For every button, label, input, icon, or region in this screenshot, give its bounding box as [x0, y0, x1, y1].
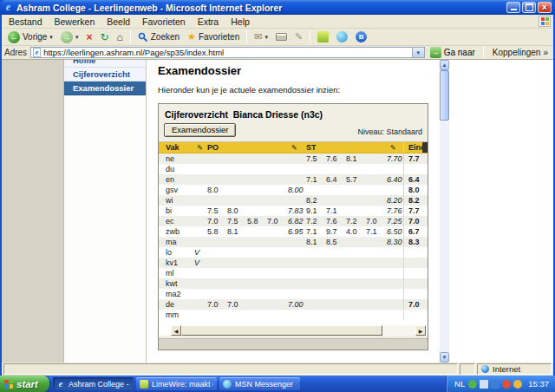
status-zone: Internet	[477, 363, 552, 375]
subject-label: en	[166, 174, 174, 185]
back-dropdown-icon[interactable]: ▾	[49, 34, 53, 41]
st-grade	[306, 247, 326, 258]
st-grade	[306, 185, 326, 195]
messenger-tray-icon[interactable]	[468, 380, 477, 389]
po-grade	[267, 299, 287, 310]
horizontal-scrollbar[interactable]: ◀ ▶	[171, 325, 426, 336]
edit-button[interactable]: ✎	[291, 29, 306, 45]
st-grade	[366, 185, 386, 195]
grade-row-kwt: kwt	[159, 278, 428, 289]
sidebar-item-cijferoverzicht[interactable]: Cijferoverzicht	[64, 68, 146, 82]
st-grade	[346, 278, 366, 289]
address-bar: Adres e https://leerlingen.ashram.nl/Pag…	[2, 46, 553, 60]
st-average	[386, 310, 403, 320]
po-average	[287, 174, 306, 185]
address-dropdown-button[interactable]: ▾	[412, 48, 424, 57]
volume-tray-icon[interactable]	[480, 380, 488, 389]
task-label: LimeWire: maakt ope...	[152, 380, 213, 389]
examendossier-button[interactable]: Examendossier	[164, 123, 236, 137]
limewire-button[interactable]	[314, 29, 332, 45]
subject-label: ne	[166, 154, 174, 164]
st-grade	[366, 174, 386, 185]
po-grade	[247, 154, 267, 164]
st-grade: 6.4	[326, 174, 346, 185]
st-grade: 4.0	[346, 226, 366, 237]
st-grade	[326, 258, 346, 268]
taskbar-task-ie[interactable]: Ashram College - Lee...	[53, 377, 134, 390]
vertical-scrollbar[interactable]: ▲ ▼	[440, 60, 449, 363]
network-tray-icon[interactable]	[491, 380, 500, 389]
po-grade	[207, 154, 227, 164]
refresh-button[interactable]: ↻	[96, 29, 112, 45]
print-icon	[276, 33, 287, 41]
po-grade	[247, 258, 267, 268]
st-grade	[346, 185, 366, 195]
vscrollbar-thumb[interactable]	[440, 70, 449, 121]
subject-label: ml	[166, 268, 174, 278]
pass-mark: V	[194, 258, 207, 268]
menu-item-bestand[interactable]: Bestand	[3, 16, 49, 27]
taskbar-task-msn[interactable]: MSN Messenger	[219, 377, 300, 390]
maximize-button[interactable]	[522, 2, 536, 13]
po-grade: 7.0	[207, 216, 227, 226]
sidebar-item-home[interactable]: Home	[64, 60, 146, 68]
start-button[interactable]: start	[0, 376, 49, 392]
st-grade: 5.7	[346, 174, 366, 185]
minimize-button[interactable]	[506, 2, 520, 13]
po-average: 7.83	[287, 206, 306, 216]
titlebar: e Ashram College - Leerlingenweb - Micro…	[0, 0, 555, 15]
close-button[interactable]: ×	[538, 2, 552, 13]
scroll-up-button[interactable]: ▲	[440, 60, 449, 70]
sidebar-item-examendossier[interactable]: Examendossier	[64, 82, 146, 95]
menu-item-beeld[interactable]: Beeld	[101, 16, 136, 27]
update-tray-icon[interactable]	[513, 380, 522, 389]
menu-item-favorieten[interactable]: Favorieten	[136, 16, 192, 27]
scroll-down-button[interactable]: ▼	[440, 352, 449, 363]
search-button[interactable]: Zoeken	[134, 29, 183, 45]
bluetooth-button[interactable]: B	[352, 29, 370, 45]
st-grade: 9.1	[306, 206, 326, 216]
go-button[interactable]: → Ga naar	[428, 47, 477, 58]
language-indicator[interactable]: NL	[454, 379, 465, 389]
stop-button[interactable]: ×	[82, 29, 95, 45]
st-grade: 8.5	[326, 237, 346, 247]
security-tray-icon[interactable]	[502, 380, 511, 389]
menu-item-extra[interactable]: Extra	[192, 16, 225, 27]
back-label: Vorige	[23, 32, 47, 42]
bluetooth-icon: B	[356, 31, 367, 42]
forward-button[interactable]: → ▾	[57, 29, 82, 45]
pass-mark: V	[194, 247, 207, 258]
scroll-right-button[interactable]: ▶	[415, 325, 426, 336]
address-input[interactable]: e https://leerlingen.ashram.nl/Page/sp35…	[30, 47, 425, 58]
st-average: 6.40	[386, 174, 403, 185]
toolbar-separator	[130, 30, 131, 43]
forward-icon: →	[61, 31, 73, 43]
vscrollbar-track[interactable]	[440, 70, 449, 352]
taskbar-tasks: Ashram College - Lee...LimeWire: maakt o…	[49, 376, 446, 392]
po-average	[287, 268, 306, 278]
st-average: 8.20	[386, 195, 403, 206]
forward-dropdown-icon[interactable]: ▾	[75, 34, 79, 41]
links-button[interactable]: Koppelingen »	[490, 48, 551, 57]
po-header: PO	[207, 142, 227, 153]
home-button[interactable]: ⌂	[113, 29, 126, 45]
po-grade	[267, 289, 287, 299]
scrollbar-thumb[interactable]	[181, 325, 382, 336]
taskbar-task-limewire[interactable]: LimeWire: maakt ope...	[136, 377, 217, 390]
mail-dropdown-icon[interactable]: ▾	[264, 34, 268, 41]
scroll-left-button[interactable]: ◀	[171, 325, 181, 336]
st-grade	[346, 268, 366, 278]
search-icon	[138, 32, 148, 42]
back-button[interactable]: ← Vorige ▾	[4, 29, 56, 45]
final-grade	[403, 247, 428, 258]
scrollbar-track[interactable]	[181, 325, 415, 336]
print-button[interactable]	[272, 29, 291, 45]
po-grade: 5.8	[207, 226, 227, 237]
messenger-button[interactable]	[333, 29, 351, 45]
favorites-button[interactable]: ★ Favorieten	[184, 29, 243, 45]
grade-row-en: en7.16.45.76.406.4	[159, 174, 428, 185]
menu-item-help[interactable]: Help	[225, 16, 256, 27]
mail-button[interactable]: ✉ ▾	[251, 29, 271, 45]
menu-item-bewerken[interactable]: Bewerken	[49, 16, 101, 27]
subject-label: kwt	[166, 278, 178, 289]
